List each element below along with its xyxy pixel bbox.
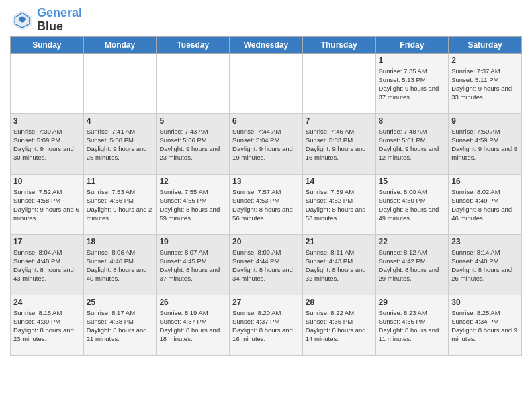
day-number: 11: [87, 177, 154, 186]
calendar-cell: 23Sunrise: 8:14 AM Sunset: 4:40 PM Dayli…: [449, 234, 522, 295]
week-row-4: 17Sunrise: 8:04 AM Sunset: 4:48 PM Dayli…: [11, 234, 522, 295]
day-info: Sunrise: 8:23 AM Sunset: 4:35 PM Dayligh…: [379, 308, 446, 344]
calendar-cell: 27Sunrise: 8:20 AM Sunset: 4:37 PM Dayli…: [230, 295, 303, 355]
day-number: 8: [379, 116, 446, 126]
day-number: 14: [306, 177, 373, 186]
day-number: 3: [13, 116, 81, 126]
calendar-cell: 8Sunrise: 7:48 AM Sunset: 5:01 PM Daylig…: [375, 113, 449, 174]
header: General Blue: [10, 7, 522, 34]
calendar-cell: 30Sunrise: 8:25 AM Sunset: 4:34 PM Dayli…: [449, 295, 522, 355]
day-number: 1: [379, 56, 446, 65]
calendar-cell: 15Sunrise: 8:00 AM Sunset: 4:50 PM Dayli…: [375, 174, 449, 234]
day-info: Sunrise: 8:17 AM Sunset: 4:38 PM Dayligh…: [87, 308, 154, 344]
calendar-cell: [83, 53, 157, 113]
day-info: Sunrise: 7:52 AM Sunset: 4:58 PM Dayligh…: [13, 187, 81, 223]
day-info: Sunrise: 8:09 AM Sunset: 4:44 PM Dayligh…: [232, 248, 300, 283]
week-row-2: 3Sunrise: 7:39 AM Sunset: 5:09 PM Daylig…: [11, 113, 522, 174]
day-info: Sunrise: 8:19 AM Sunset: 4:37 PM Dayligh…: [159, 308, 226, 344]
day-info: Sunrise: 8:02 AM Sunset: 4:49 PM Dayligh…: [451, 187, 519, 223]
calendar-cell: 25Sunrise: 8:17 AM Sunset: 4:38 PM Dayli…: [83, 295, 157, 355]
day-number: 30: [451, 298, 519, 307]
day-number: 15: [379, 177, 446, 186]
day-header-friday: Friday: [375, 36, 449, 53]
day-info: Sunrise: 7:53 AM Sunset: 4:56 PM Dayligh…: [87, 187, 154, 223]
calendar-cell: [157, 53, 230, 113]
day-info: Sunrise: 8:12 AM Sunset: 4:42 PM Dayligh…: [379, 248, 446, 283]
calendar-cell: 20Sunrise: 8:09 AM Sunset: 4:44 PM Dayli…: [230, 234, 303, 295]
calendar-body: 1Sunrise: 7:35 AM Sunset: 5:13 PM Daylig…: [11, 53, 522, 355]
day-number: 20: [232, 237, 300, 246]
calendar-cell: 26Sunrise: 8:19 AM Sunset: 4:37 PM Dayli…: [157, 295, 230, 355]
day-info: Sunrise: 7:37 AM Sunset: 5:11 PM Dayligh…: [451, 66, 519, 102]
week-row-5: 24Sunrise: 8:15 AM Sunset: 4:39 PM Dayli…: [11, 295, 522, 355]
day-header-tuesday: Tuesday: [157, 36, 230, 53]
day-info: Sunrise: 8:06 AM Sunset: 4:46 PM Dayligh…: [87, 248, 154, 283]
days-row: SundayMondayTuesdayWednesdayThursdayFrid…: [11, 36, 522, 53]
logo: General Blue: [10, 7, 82, 34]
day-number: 10: [13, 177, 81, 186]
day-info: Sunrise: 8:04 AM Sunset: 4:48 PM Dayligh…: [13, 248, 81, 283]
calendar-cell: 9Sunrise: 7:50 AM Sunset: 4:59 PM Daylig…: [449, 113, 522, 174]
day-info: Sunrise: 8:00 AM Sunset: 4:50 PM Dayligh…: [379, 187, 446, 223]
calendar-cell: 13Sunrise: 7:57 AM Sunset: 4:53 PM Dayli…: [230, 174, 303, 234]
day-header-sunday: Sunday: [11, 36, 84, 53]
calendar-cell: 29Sunrise: 8:23 AM Sunset: 4:35 PM Dayli…: [375, 295, 449, 355]
day-info: Sunrise: 8:15 AM Sunset: 4:39 PM Dayligh…: [13, 308, 81, 344]
day-number: 7: [306, 116, 373, 126]
day-number: 21: [306, 237, 373, 246]
calendar-cell: 10Sunrise: 7:52 AM Sunset: 4:58 PM Dayli…: [11, 174, 84, 234]
day-info: Sunrise: 7:57 AM Sunset: 4:53 PM Dayligh…: [232, 187, 300, 223]
day-header-wednesday: Wednesday: [230, 36, 303, 53]
calendar-cell: 18Sunrise: 8:06 AM Sunset: 4:46 PM Dayli…: [83, 234, 157, 295]
day-info: Sunrise: 7:39 AM Sunset: 5:09 PM Dayligh…: [13, 127, 81, 163]
day-info: Sunrise: 8:25 AM Sunset: 4:34 PM Dayligh…: [451, 308, 519, 344]
calendar-cell: [302, 53, 375, 113]
day-header-saturday: Saturday: [449, 36, 522, 53]
day-info: Sunrise: 7:48 AM Sunset: 5:01 PM Dayligh…: [379, 127, 446, 163]
day-header-monday: Monday: [83, 36, 157, 53]
day-header-thursday: Thursday: [302, 36, 375, 53]
day-number: 26: [159, 298, 226, 307]
day-number: 24: [13, 298, 81, 307]
day-number: 17: [13, 237, 81, 246]
day-number: 9: [451, 116, 519, 126]
page: General Blue SundayMondayTuesdayWednesda…: [0, 0, 532, 363]
calendar-cell: 6Sunrise: 7:44 AM Sunset: 5:04 PM Daylig…: [230, 113, 303, 174]
day-number: 25: [87, 298, 154, 307]
day-info: Sunrise: 8:07 AM Sunset: 4:45 PM Dayligh…: [159, 248, 226, 283]
calendar-cell: 11Sunrise: 7:53 AM Sunset: 4:56 PM Dayli…: [83, 174, 157, 234]
week-row-1: 1Sunrise: 7:35 AM Sunset: 5:13 PM Daylig…: [11, 53, 522, 113]
calendar-cell: 12Sunrise: 7:55 AM Sunset: 4:55 PM Dayli…: [157, 174, 230, 234]
day-number: 13: [232, 177, 300, 186]
calendar-cell: 28Sunrise: 8:22 AM Sunset: 4:36 PM Dayli…: [302, 295, 375, 355]
day-info: Sunrise: 8:22 AM Sunset: 4:36 PM Dayligh…: [306, 308, 373, 344]
day-number: 22: [379, 237, 446, 246]
logo-line2: Blue: [37, 20, 82, 34]
day-info: Sunrise: 7:59 AM Sunset: 4:52 PM Dayligh…: [306, 187, 373, 223]
calendar-cell: 2Sunrise: 7:37 AM Sunset: 5:11 PM Daylig…: [449, 53, 522, 113]
day-info: Sunrise: 8:11 AM Sunset: 4:43 PM Dayligh…: [306, 248, 373, 283]
day-number: 28: [306, 298, 373, 307]
logo-line1: General: [37, 7, 82, 20]
calendar-cell: 1Sunrise: 7:35 AM Sunset: 5:13 PM Daylig…: [375, 53, 449, 113]
calendar-cell: 22Sunrise: 8:12 AM Sunset: 4:42 PM Dayli…: [375, 234, 449, 295]
calendar-cell: 16Sunrise: 8:02 AM Sunset: 4:49 PM Dayli…: [449, 174, 522, 234]
calendar-cell: [230, 53, 303, 113]
calendar-header: SundayMondayTuesdayWednesdayThursdayFrid…: [11, 36, 522, 53]
calendar-table: SundayMondayTuesdayWednesdayThursdayFrid…: [10, 36, 522, 356]
calendar-cell: [11, 53, 84, 113]
calendar-cell: 21Sunrise: 8:11 AM Sunset: 4:43 PM Dayli…: [302, 234, 375, 295]
day-number: 19: [159, 237, 226, 246]
day-number: 12: [159, 177, 226, 186]
day-info: Sunrise: 8:14 AM Sunset: 4:40 PM Dayligh…: [451, 248, 519, 283]
day-number: 18: [87, 237, 154, 246]
logo-icon: [10, 8, 34, 32]
day-number: 23: [451, 237, 519, 246]
day-number: 27: [232, 298, 300, 307]
day-info: Sunrise: 7:41 AM Sunset: 5:08 PM Dayligh…: [87, 127, 154, 163]
day-info: Sunrise: 7:44 AM Sunset: 5:04 PM Dayligh…: [232, 127, 300, 163]
calendar-cell: 4Sunrise: 7:41 AM Sunset: 5:08 PM Daylig…: [83, 113, 157, 174]
svg-point-2: [20, 18, 24, 21]
day-info: Sunrise: 7:55 AM Sunset: 4:55 PM Dayligh…: [159, 187, 226, 223]
day-info: Sunrise: 7:46 AM Sunset: 5:03 PM Dayligh…: [306, 127, 373, 163]
